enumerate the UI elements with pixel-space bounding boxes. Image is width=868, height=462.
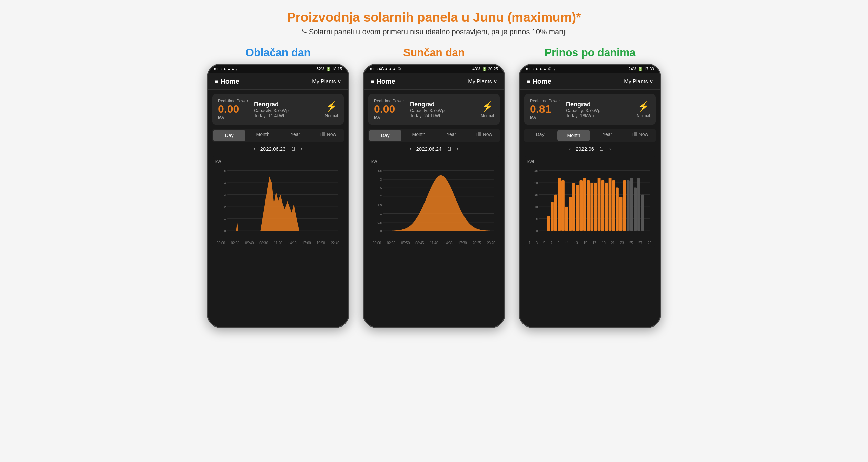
next-arrow-2[interactable]: › — [609, 145, 611, 152]
svg-text:2: 2 — [224, 205, 226, 209]
tabs-1: DayMonthYearTill Now — [368, 129, 500, 142]
tab-2-2[interactable]: Year — [591, 129, 624, 142]
info-details-0: Beograd Capacity: 3.7kWp Today: 11.4kWh — [254, 101, 319, 118]
status-left-0: mt:s ▲▲▲ ⑃ — [214, 67, 238, 71]
prev-arrow-0[interactable]: ‹ — [253, 145, 255, 152]
svg-rect-47 — [565, 207, 568, 231]
svg-text:3.5: 3.5 — [378, 169, 382, 173]
chart-container-0: 543210 — [215, 165, 341, 240]
calendar-icon-2[interactable]: 🗓 — [599, 146, 604, 152]
svg-text:0.5: 0.5 — [378, 221, 382, 224]
calendar-icon-0[interactable]: 🗓 — [291, 146, 296, 152]
info-details-1: Beograd Capacity: 3.7kWp Today: 24.1kWh — [410, 101, 475, 118]
svg-rect-45 — [558, 178, 561, 231]
power-unit-0: kW — [218, 115, 249, 120]
svg-rect-48 — [569, 197, 572, 231]
lightning-icon-1: ⚡ — [481, 101, 493, 112]
info-icon-2: ⚡ Normal — [637, 101, 650, 118]
svg-text:0: 0 — [380, 229, 382, 233]
lightning-icon-0: ⚡ — [326, 101, 337, 112]
svg-rect-61 — [616, 188, 619, 231]
status-left-1: mt:s 4G▲▲▲ ① — [370, 67, 401, 71]
phone-1: mt:s 4G▲▲▲ ① 43% 🔋 20:25≡ Home My Plants… — [363, 64, 505, 328]
svg-text:0: 0 — [536, 229, 538, 233]
next-arrow-0[interactable]: › — [301, 145, 303, 152]
svg-rect-56 — [598, 178, 601, 231]
tab-2-0[interactable]: Day — [524, 129, 556, 142]
power-value-2: 0.81 — [530, 103, 560, 115]
nav-plants-2[interactable]: My Plants ∨ — [624, 78, 653, 85]
svg-text:3: 3 — [224, 193, 226, 197]
tab-0-2[interactable]: Year — [279, 129, 312, 142]
tab-0-0[interactable]: Day — [213, 130, 245, 141]
prev-arrow-1[interactable]: ‹ — [409, 145, 411, 152]
tab-1-3[interactable]: Till Now — [468, 129, 500, 142]
nav-bar-2: ≡ Home My Plants ∨ — [520, 74, 660, 90]
col-title-0: Oblačan dan — [245, 46, 311, 59]
chart-container-2: 2520151050 — [527, 165, 653, 240]
tab-1-0[interactable]: Day — [369, 130, 401, 141]
status-bar-0: mt:s ▲▲▲ ⑃ 52% 🔋 18:15 — [208, 65, 348, 74]
col-title-2: Prinos po danima — [545, 46, 635, 59]
svg-rect-62 — [619, 197, 623, 231]
tabs-2: DayMonthYearTill Now — [524, 129, 656, 142]
phone-col-0: Oblačan danmt:s ▲▲▲ ⑃ 52% 🔋 18:15≡ Home … — [207, 46, 349, 328]
normal-label-0: Normal — [325, 113, 338, 118]
status-bar-2: mt:s ▲▲▲ ① ⑃ 24% 🔋 17:30 — [520, 65, 660, 74]
prev-arrow-2[interactable]: ‹ — [569, 145, 571, 152]
power-label-2: Real-time Power — [530, 99, 560, 103]
status-right-0: 52% 🔋 18:15 — [316, 67, 342, 71]
svg-rect-54 — [590, 183, 593, 231]
svg-rect-46 — [561, 180, 565, 231]
nav-plants-1[interactable]: My Plants ∨ — [468, 78, 497, 85]
page-title: Proizvodnja solarnih panela u Junu (maxi… — [287, 10, 581, 25]
power-label-1: Real-time Power — [374, 99, 405, 103]
svg-rect-43 — [551, 202, 554, 231]
tab-0-3[interactable]: Till Now — [312, 129, 344, 142]
svg-rect-52 — [583, 178, 586, 231]
city-0: Beograd — [254, 101, 319, 108]
info-card-2: Real-time Power 0.81 kW Beograd Capacity… — [524, 94, 656, 125]
date-value-2: 2022.06 — [576, 146, 594, 152]
tab-1-2[interactable]: Year — [435, 129, 468, 142]
capacity-0: Capacity: 3.7kWp — [254, 108, 319, 113]
power-section-0: Real-time Power 0.00 kW — [218, 99, 249, 120]
svg-rect-60 — [612, 180, 615, 231]
x-labels-0: 00:0002:5005:4008:3011:2014:1017:0019:50… — [215, 241, 341, 245]
capacity-1: Capacity: 3.7kWp — [410, 108, 475, 113]
info-card-0: Real-time Power 0.00 kW Beograd Capacity… — [212, 94, 344, 125]
x-labels-2: 1357911131517192123252729 — [527, 241, 653, 245]
svg-text:15: 15 — [534, 193, 538, 197]
nav-plants-0[interactable]: My Plants ∨ — [312, 78, 341, 85]
svg-rect-66 — [634, 188, 637, 231]
power-label-0: Real-time Power — [218, 99, 249, 103]
chart-svg-0: 543210 — [215, 165, 341, 240]
tab-1-1[interactable]: Month — [402, 129, 435, 142]
today-2: Today: 18kWh — [566, 113, 631, 118]
tab-0-1[interactable]: Month — [246, 129, 279, 142]
svg-rect-50 — [576, 185, 579, 231]
phone-col-1: Sunčan danmt:s 4G▲▲▲ ① 43% 🔋 20:25≡ Home… — [363, 46, 505, 328]
info-card-1: Real-time Power 0.00 kW Beograd Capacity… — [368, 94, 500, 125]
info-icon-1: ⚡ Normal — [481, 101, 494, 118]
y-label-1: kW — [371, 159, 497, 164]
chart-svg-1: 3.532.521.510.50 — [371, 165, 497, 240]
tab-2-3[interactable]: Till Now — [624, 129, 656, 142]
tab-2-1[interactable]: Month — [557, 130, 590, 141]
phone-0: mt:s ▲▲▲ ⑃ 52% 🔋 18:15≡ Home My Plants ∨… — [207, 64, 349, 328]
svg-rect-53 — [587, 180, 590, 231]
y-label-2: kWh — [527, 159, 653, 164]
svg-text:25: 25 — [534, 169, 538, 173]
calendar-icon-1[interactable]: 🗓 — [447, 146, 452, 152]
svg-text:3: 3 — [380, 178, 382, 181]
chart-svg-2: 2520151050 — [527, 165, 653, 240]
chart-area-2: kWh25201510501357911131517192123252729 — [524, 156, 656, 247]
next-arrow-1[interactable]: › — [457, 145, 459, 152]
svg-rect-63 — [623, 180, 626, 231]
svg-rect-55 — [594, 183, 597, 231]
svg-rect-67 — [637, 178, 640, 231]
svg-text:4: 4 — [224, 181, 226, 185]
phones-row: Oblačan danmt:s ▲▲▲ ⑃ 52% 🔋 18:15≡ Home … — [207, 46, 661, 328]
today-1: Today: 24.1kWh — [410, 113, 475, 118]
svg-rect-49 — [572, 183, 575, 231]
